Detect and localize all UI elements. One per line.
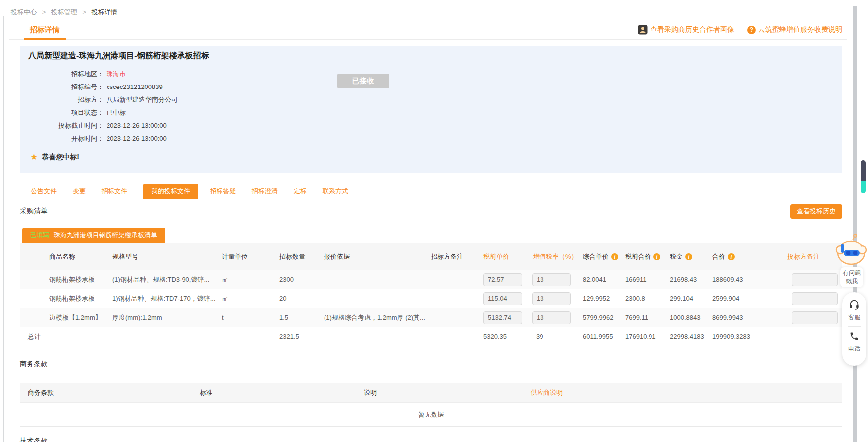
cell-spec: 厚度(mm):1.2mm	[103, 313, 222, 322]
info-row-tenderer: 招标方： 八局新型建造华南分公司	[20, 93, 842, 106]
cell-unit: ㎡	[222, 294, 279, 303]
pretax-price-input[interactable]	[483, 292, 522, 305]
field-value-tenderer: 八局新型建造华南分公司	[107, 93, 178, 106]
info-row-tender-no: 招标编号： cscec23121200839	[20, 81, 842, 93]
field-value-tender-no: cscec23121200839	[107, 81, 163, 93]
col-header-label: 税金	[670, 252, 683, 261]
link-value-service-fee-info[interactable]: ? 云筑蜜蜂增值服务收费说明	[747, 25, 842, 34]
info-icon[interactable]: i	[685, 253, 692, 260]
tab-my-bid-documents[interactable]: 我的投标文件	[143, 184, 198, 199]
col-header-business-term: 商务条款	[20, 388, 192, 397]
tab-changes[interactable]: 变更	[73, 184, 86, 199]
col-header-comprehensive-price: 综合单价 i	[583, 252, 625, 261]
breadcrumb-item-bid-management[interactable]: 投标管理	[51, 8, 77, 16]
cell-pretax-total: 166911	[625, 276, 670, 283]
procurement-table: 商品名称 规格型号 计量单位 招标数量 报价依据 招标方备注 税前单价 增值税率…	[20, 243, 842, 346]
cell-pretax-total-total: 176910.91	[625, 333, 670, 340]
tab-contact[interactable]: 联系方式	[323, 184, 348, 199]
cell-comprehensive-price-total: 6011.9955	[583, 333, 625, 340]
tab-tender-detail[interactable]: 招标详情	[20, 20, 70, 40]
col-header-label: 综合单价	[583, 252, 609, 261]
divider	[848, 326, 861, 327]
service-pill: 客服 电话	[842, 292, 866, 366]
col-header-tax: 税金 i	[670, 252, 712, 261]
breadcrumb-item-bid-center[interactable]: 投标中心	[11, 8, 37, 16]
tab-tender-qa[interactable]: 招标答疑	[210, 184, 236, 199]
col-header-standard: 标准	[192, 388, 356, 397]
vat-rate-input[interactable]	[532, 311, 571, 324]
section-title-procurement-list: 采购清单	[20, 207, 48, 216]
headset-icon[interactable]	[848, 299, 860, 312]
cell-qty: 1.5	[279, 314, 324, 321]
pretax-price-input[interactable]	[483, 273, 522, 286]
cell-pretax-price-total: 5320.35	[473, 333, 523, 340]
left-edge-divider	[3, 16, 4, 442]
info-row-open-time: 开标时间： 2023-12-26 13:00:00	[20, 132, 842, 145]
breadcrumb-separator: >	[82, 8, 86, 16]
cell-spec: (1)钢材品种、规格:TD3-90,镀锌...	[103, 275, 222, 284]
cell-product-name: 边模板【1.2mm】	[20, 313, 103, 322]
list-tab-label: 珠海九洲港项目钢筋桁架楼承板清单	[54, 231, 157, 240]
page: 投标中心 > 投标管理 > 投标详情 招标详情 查看采购商历史合作者画像 ? 云…	[0, 0, 868, 442]
col-header-description: 说明	[356, 388, 523, 397]
cell-tax: 299.104	[670, 295, 712, 302]
question-icon: ?	[747, 26, 756, 34]
cell-spec: 1)钢材品种、规格:TD7-170，镀锌...	[103, 294, 222, 303]
col-header-label: 税前合价	[625, 252, 651, 261]
tab-announcement-files[interactable]: 公告文件	[31, 184, 57, 199]
link-label: 云筑蜜蜂增值服务收费说明	[759, 25, 842, 34]
tab-tender-clarification[interactable]: 招标澄清	[252, 184, 278, 199]
list-tab-active[interactable]: 已填写 珠海九洲港项目钢筋桁架楼承板清单	[22, 228, 165, 243]
vat-rate-input[interactable]	[532, 273, 571, 286]
cell-qty: 2300	[279, 276, 324, 283]
col-header-supplier-remark: 投标方备注	[774, 252, 843, 261]
bid-info-list: 招标地区： 珠海市 招标编号： cscec23121200839 招标方： 八局…	[20, 68, 842, 145]
phone-icon[interactable]	[849, 331, 859, 343]
table-total-row: 总计 2321.5 5320.35 39 6011.9955 176910.91…	[20, 327, 842, 346]
cell-comprehensive-price: 5799.9962	[583, 314, 625, 321]
top-tabbar: 招标详情 查看采购商历史合作者画像 ? 云筑蜜蜂增值服务收费说明	[9, 20, 847, 40]
cell-product-name: 钢筋桁架楼承板	[20, 275, 103, 284]
cell-unit: ㎡	[222, 275, 279, 284]
mascot-icon[interactable]	[835, 232, 867, 267]
field-label: 开标时间：	[20, 132, 104, 145]
tab-tender-documents[interactable]: 招标文件	[102, 184, 127, 199]
service-label[interactable]: 客服	[848, 313, 860, 322]
cell-vat-rate-total: 39	[523, 333, 583, 340]
cell-product-name: 钢筋桁架楼承板	[20, 294, 103, 303]
supplier-remark-input[interactable]	[792, 311, 838, 324]
business-terms-section-header: 商务条款	[20, 356, 842, 376]
cell-pretax-total: 7699.11	[625, 314, 670, 321]
cell-tax-total: 22998.4183	[670, 333, 712, 340]
col-header-total: 合价 i	[712, 252, 774, 261]
table-row: 钢筋桁架楼承板 (1)钢材品种、规格:TD3-90,镀锌... ㎡ 2300 8…	[20, 270, 842, 289]
link-buyer-history-portrait[interactable]: 查看采购商历史合作者画像	[638, 25, 734, 35]
breadcrumb-item-bid-detail: 投标详情	[92, 8, 117, 16]
pretax-price-input[interactable]	[483, 311, 522, 324]
cell-pretax-total: 2300.8	[625, 295, 670, 302]
field-label: 投标截止时间：	[20, 119, 104, 132]
star-icon: ★	[30, 152, 38, 162]
cell-total-label: 总计	[20, 332, 103, 341]
supplier-remark-input[interactable]	[792, 273, 838, 286]
field-value-project-status: 已中标	[107, 106, 126, 119]
service-label[interactable]: 电话	[848, 345, 860, 353]
vat-rate-input[interactable]	[532, 292, 571, 305]
field-value-region: 珠海市	[107, 68, 126, 81]
scrollbar-track[interactable]	[853, 6, 857, 442]
bid-summary-panel: 八局新型建造-珠海九洲港项目-钢筋桁架楼承板招标 招标地区： 珠海市 招标编号：…	[20, 46, 842, 173]
info-icon[interactable]: i	[653, 253, 660, 260]
top-links: 查看采购商历史合作者画像 ? 云筑蜜蜂增值服务收费说明	[638, 20, 842, 40]
ask-me-bubble[interactable]: 有问题戳我	[840, 267, 863, 287]
scrollbar-thumb[interactable]	[861, 160, 866, 193]
procurement-section-header: 采购清单 查看投标历史	[20, 201, 842, 222]
tab-award[interactable]: 定标	[294, 184, 307, 199]
view-bid-history-button[interactable]: 查看投标历史	[790, 204, 842, 219]
field-value-deadline: 2023-12-26 13:00:00	[107, 119, 167, 132]
supplier-remark-input[interactable]	[792, 292, 838, 305]
bid-title: 八局新型建造-珠海九洲港项目-钢筋桁架楼承板招标	[20, 46, 842, 61]
info-icon[interactable]: i	[611, 253, 618, 260]
info-row-deadline: 投标截止时间： 2023-12-26 13:00:00	[20, 119, 842, 132]
col-header-supplier-description: 供应商说明	[523, 388, 843, 397]
info-icon[interactable]: i	[728, 253, 735, 260]
